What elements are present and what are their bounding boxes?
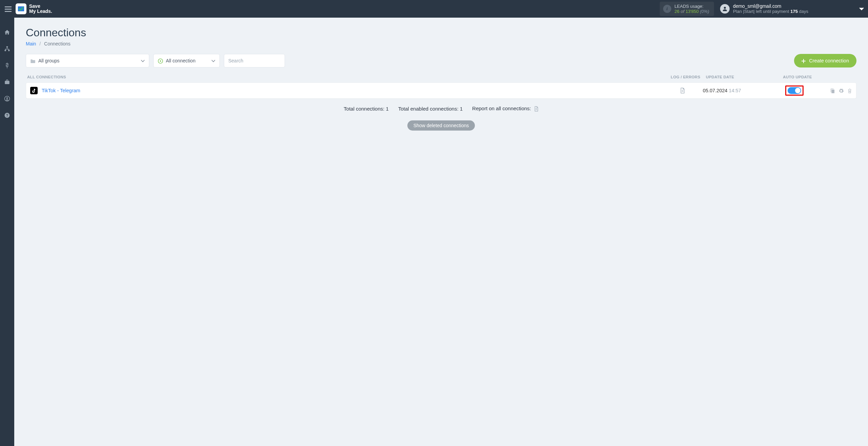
folder-icon bbox=[30, 58, 36, 63]
status-select[interactable]: All connection bbox=[153, 54, 220, 67]
menu-toggle-button[interactable] bbox=[3, 2, 14, 15]
hamburger-icon bbox=[5, 6, 12, 12]
briefcase-icon bbox=[4, 79, 10, 85]
groups-select-label: All groups bbox=[38, 58, 59, 63]
sitemap-icon bbox=[4, 46, 10, 52]
copy-button[interactable] bbox=[830, 88, 835, 94]
user-email: demo_sml@gmail.com bbox=[733, 3, 808, 9]
info-icon: i bbox=[663, 5, 671, 13]
summary-report: Report on all connections: bbox=[472, 105, 539, 112]
help-icon: ? bbox=[4, 112, 10, 118]
leads-usage-values: 26 of 13'850 (0%) bbox=[675, 9, 709, 14]
leads-usage-widget[interactable]: i LEADS usage: 26 of 13'850 (0%) bbox=[660, 2, 714, 16]
play-circle-icon bbox=[158, 58, 163, 63]
filters-row: All groups All connection bbox=[26, 54, 856, 67]
col-header-date: Update date bbox=[702, 75, 770, 79]
col-header-auto: Auto update bbox=[770, 75, 825, 79]
breadcrumb: Main / Connections bbox=[26, 41, 856, 46]
chevron-down-icon[interactable] bbox=[859, 6, 864, 12]
svg-rect-1 bbox=[6, 46, 8, 48]
svg-rect-10 bbox=[831, 90, 834, 93]
update-date: 05.07.2024 14:57 bbox=[699, 88, 767, 93]
user-menu[interactable]: demo_sml@gmail.com Plan |Start| left unt… bbox=[720, 3, 864, 14]
summary-enabled: Total enabled connections: 1 bbox=[398, 106, 463, 112]
chevron-down-icon bbox=[141, 58, 145, 63]
create-connection-button[interactable]: Create connection bbox=[794, 54, 856, 67]
breadcrumb-current: Connections bbox=[44, 41, 71, 46]
chevron-down-icon bbox=[211, 58, 215, 63]
table-header: All connections Log / Errors Update date… bbox=[26, 72, 856, 82]
summary-total: Total connections: 1 bbox=[344, 106, 389, 112]
tiktok-icon bbox=[30, 87, 38, 94]
connection-name-link[interactable]: TikTok - Telegram bbox=[42, 88, 80, 93]
svg-rect-2 bbox=[5, 50, 6, 51]
search-box[interactable] bbox=[224, 54, 285, 67]
top-header: Save My Leads. i LEADS usage: 26 of 13'8… bbox=[0, 0, 868, 18]
svg-rect-4 bbox=[5, 81, 9, 84]
auto-update-toggle[interactable] bbox=[788, 87, 801, 94]
svg-point-0 bbox=[724, 7, 726, 9]
sidebar-item-account[interactable] bbox=[0, 94, 14, 103]
check-icon bbox=[17, 5, 25, 13]
auto-update-highlight bbox=[785, 85, 804, 96]
user-circle-icon bbox=[4, 96, 10, 102]
breadcrumb-main-link[interactable]: Main bbox=[26, 41, 36, 46]
sidebar-item-tools[interactable] bbox=[0, 77, 14, 87]
sidebar: ? bbox=[0, 18, 14, 446]
svg-rect-3 bbox=[8, 50, 10, 51]
col-header-log: Log / Errors bbox=[669, 75, 702, 79]
app-logo[interactable]: Save My Leads. bbox=[16, 3, 52, 14]
connection-row: TikTok - Telegram 05.07.2024 14:57 bbox=[26, 82, 856, 99]
user-plan: Plan |Start| left until payment 175 days bbox=[733, 9, 808, 14]
sidebar-item-home[interactable] bbox=[0, 27, 14, 37]
plus-icon bbox=[802, 58, 806, 63]
document-icon bbox=[534, 106, 539, 112]
search-input[interactable] bbox=[228, 58, 281, 63]
copy-icon bbox=[830, 88, 835, 94]
page-title: Connections bbox=[26, 26, 856, 39]
home-icon bbox=[4, 29, 10, 35]
groups-select[interactable]: All groups bbox=[26, 54, 149, 67]
document-icon bbox=[680, 88, 685, 94]
trash-icon bbox=[847, 88, 852, 94]
logo-mark bbox=[16, 3, 26, 14]
dollar-icon bbox=[4, 62, 10, 69]
show-deleted-button[interactable]: Show deleted connections bbox=[407, 120, 475, 131]
main-content: Connections Main / Connections All group… bbox=[14, 18, 868, 446]
breadcrumb-separator: / bbox=[39, 41, 41, 46]
user-avatar-icon bbox=[720, 4, 730, 14]
sidebar-item-connections[interactable] bbox=[0, 44, 14, 54]
gear-icon bbox=[838, 88, 844, 94]
delete-button[interactable] bbox=[847, 88, 852, 94]
logo-text: Save My Leads. bbox=[29, 4, 52, 14]
log-button[interactable] bbox=[666, 88, 699, 94]
create-connection-label: Create connection bbox=[809, 58, 849, 63]
leads-usage-label: LEADS usage: bbox=[675, 4, 709, 9]
report-download-button[interactable] bbox=[534, 105, 539, 111]
svg-text:?: ? bbox=[6, 113, 8, 117]
svg-point-6 bbox=[6, 97, 8, 99]
col-header-all: All connections bbox=[27, 75, 669, 79]
status-select-label: All connection bbox=[166, 58, 195, 63]
summary-row: Total connections: 1 Total enabled conne… bbox=[26, 105, 856, 112]
settings-button[interactable] bbox=[838, 88, 844, 94]
sidebar-item-billing[interactable] bbox=[0, 60, 14, 70]
sidebar-item-help[interactable]: ? bbox=[0, 110, 14, 120]
